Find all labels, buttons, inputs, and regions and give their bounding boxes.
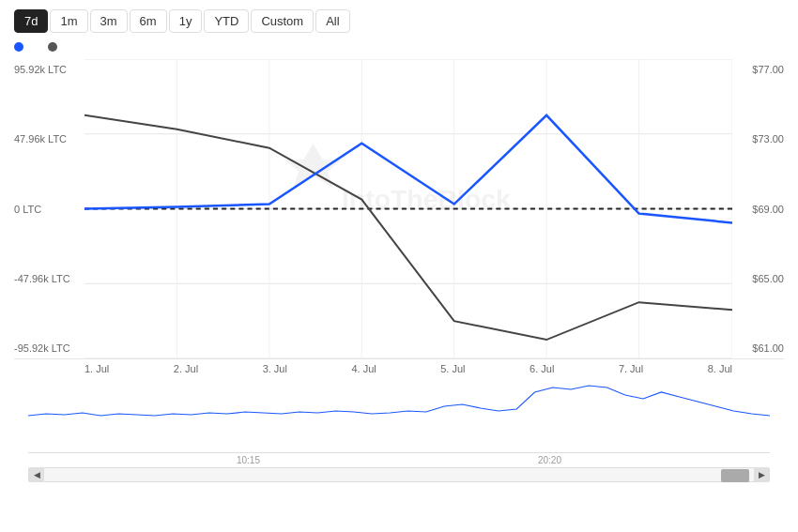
netflow-dot — [14, 42, 23, 52]
y-left-label: 47.96k LTC — [14, 133, 84, 144]
y-left-label: 0 LTC — [14, 204, 84, 215]
x-label: 6. Jul — [529, 363, 554, 374]
time-btn-7d[interactable]: 7d — [14, 9, 48, 33]
x-label: 4. Jul — [351, 363, 376, 374]
scroll-thumb[interactable] — [721, 469, 749, 482]
x-label: 8. Jul — [708, 363, 732, 374]
time-btn-6m[interactable]: 6m — [130, 9, 167, 33]
time-btn-custom[interactable]: Custom — [251, 9, 314, 33]
x-axis: 1. Jul2. Jul3. Jul4. Jul5. Jul6. Jul7. J… — [84, 359, 732, 378]
y-right-label: $61.00 — [732, 342, 784, 354]
price-dot — [48, 42, 57, 52]
mini-chart — [28, 378, 770, 453]
time-btn-3m[interactable]: 3m — [90, 9, 128, 33]
scroll-left-button[interactable]: ◀ — [29, 467, 44, 482]
y-right-label: $77.00 — [732, 64, 784, 75]
legend-netflow — [14, 42, 29, 52]
x-label: 5. Jul — [440, 363, 465, 374]
y-right-label: $69.00 — [732, 204, 784, 215]
time-btn-ytd[interactable]: YTD — [204, 9, 249, 33]
scroll-right-button[interactable]: ▶ — [754, 467, 769, 482]
mini-ts-1015: 10:15 — [237, 455, 260, 465]
price-line — [84, 115, 732, 340]
scrollbar[interactable]: ◀ ▶ — [28, 467, 770, 482]
mini-timestamps: 10:15 20:20 — [28, 453, 770, 467]
mini-chart-svg — [28, 378, 770, 434]
svg-text:IntoTheBlock: IntoTheBlock — [342, 186, 511, 215]
x-label: 1. Jul — [84, 363, 109, 374]
y-right-label: $73.00 — [732, 133, 784, 144]
mini-ts-2020: 20:20 — [538, 455, 561, 465]
time-btn-all[interactable]: All — [315, 9, 349, 33]
time-range-selector: 7d1m3m6m1yYTDCustomAll — [0, 9, 798, 33]
main-chart: 95.92k LTC47.96k LTC0 LTC-47.96k LTC-95.… — [14, 59, 784, 359]
x-label: 2. Jul — [174, 363, 198, 374]
y-left-label: -47.96k LTC — [14, 273, 84, 284]
chart-svg-container: IntoTheBlock — [84, 59, 732, 358]
main-container: 7d1m3m6m1yYTDCustomAll 95.92k LTC47.96k … — [0, 0, 798, 532]
legend-price — [48, 42, 63, 52]
y-axis-right: $77.00$73.00$69.00$65.00$61.00 — [732, 59, 784, 358]
scroll-track — [44, 468, 754, 481]
svg-marker-13 — [284, 144, 342, 188]
time-btn-1m[interactable]: 1m — [50, 9, 87, 33]
chart-area: 95.92k LTC47.96k LTC0 LTC-47.96k LTC-95.… — [0, 59, 798, 532]
y-axis-left: 95.92k LTC47.96k LTC0 LTC-47.96k LTC-95.… — [14, 59, 84, 358]
x-label: 3. Jul — [263, 363, 287, 374]
chart-svg: IntoTheBlock — [84, 59, 732, 358]
time-btn-1y[interactable]: 1y — [169, 9, 203, 33]
chart-legend — [0, 42, 798, 52]
y-left-label: 95.92k LTC — [14, 64, 84, 75]
y-left-label: -95.92k LTC — [14, 342, 84, 354]
y-right-label: $65.00 — [732, 273, 784, 284]
x-label: 7. Jul — [619, 363, 643, 374]
